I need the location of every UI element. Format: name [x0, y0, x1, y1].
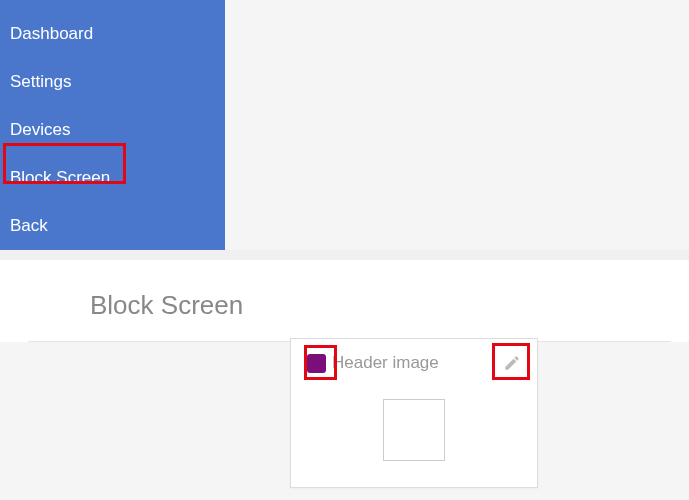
page-title: Block Screen	[90, 290, 671, 321]
sidebar-item-settings[interactable]: Settings	[0, 58, 225, 106]
pencil-icon[interactable]	[503, 354, 521, 372]
sidebar: Dashboard Settings Devices Block Screen …	[0, 0, 225, 250]
page-title-wrap: Block Screen	[28, 260, 671, 342]
image-placeholder[interactable]	[383, 399, 445, 461]
sidebar-item-back[interactable]: Back	[0, 202, 225, 250]
color-swatch[interactable]	[307, 354, 326, 373]
header-image-card: Header image	[290, 338, 538, 488]
sidebar-item-block-screen[interactable]: Block Screen	[0, 154, 225, 202]
sidebar-item-devices[interactable]: Devices	[0, 106, 225, 154]
sidebar-item-dashboard[interactable]: Dashboard	[0, 10, 225, 58]
card-title: Header image	[332, 353, 503, 373]
main-content: Block Screen	[0, 250, 689, 342]
sidebar-item-label: Dashboard	[10, 24, 93, 44]
card-header: Header image	[291, 339, 537, 387]
sidebar-item-label: Devices	[10, 120, 70, 140]
card-body	[291, 387, 537, 487]
sidebar-item-label: Back	[10, 216, 48, 236]
sidebar-item-label: Settings	[10, 72, 71, 92]
sidebar-item-label: Block Screen	[10, 168, 110, 188]
